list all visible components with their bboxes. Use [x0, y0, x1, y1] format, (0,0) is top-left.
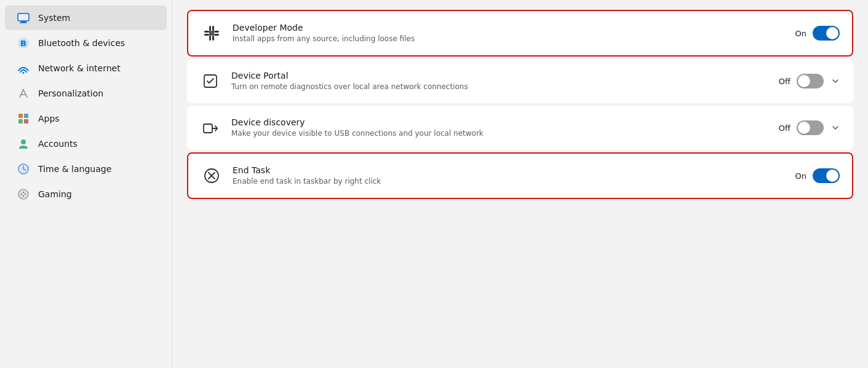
device-discovery-status: Off	[779, 123, 790, 133]
sidebar-label-bluetooth: Bluetooth & devices	[38, 38, 125, 48]
svg-rect-21	[212, 26, 214, 31]
device-discovery-desc: Make your device visible to USB connecti…	[231, 128, 769, 139]
device-discovery-title: Device discovery	[231, 117, 769, 127]
sidebar-item-time[interactable]: Time & language	[5, 157, 167, 181]
sidebar-item-bluetooth[interactable]: B Bluetooth & devices	[5, 31, 167, 55]
sidebar-item-network[interactable]: Network & internet	[5, 56, 167, 80]
device-discovery-chevron[interactable]	[830, 122, 841, 133]
sidebar: System B Bluetooth & devices Network & i…	[0, 0, 172, 368]
developer-mode-desc: Install apps from any source, including …	[233, 34, 786, 44]
sidebar-label-apps: Apps	[38, 114, 60, 123]
sidebar-label-gaming: Gaming	[38, 189, 72, 199]
device-portal-icon-wrap	[199, 70, 221, 92]
end-task-toggle-knob	[826, 170, 838, 182]
svg-rect-28	[209, 31, 214, 36]
system-icon	[17, 12, 30, 24]
svg-rect-26	[204, 34, 209, 36]
developer-icon	[203, 25, 220, 42]
accounts-icon	[17, 138, 30, 150]
developer-mode-card: Developer Mode Install apps from any sou…	[187, 10, 853, 57]
svg-point-10	[21, 139, 26, 144]
gaming-icon	[17, 188, 30, 200]
device-portal-status: Off	[779, 77, 790, 86]
svg-rect-0	[18, 14, 29, 21]
svg-point-18	[23, 192, 24, 193]
svg-point-19	[23, 195, 24, 197]
svg-rect-8	[18, 119, 23, 123]
sidebar-label-personalization: Personalization	[38, 88, 103, 98]
developer-mode-control: On	[795, 26, 840, 41]
end-task-control: On	[795, 168, 840, 183]
sidebar-item-apps[interactable]: Apps	[5, 106, 167, 131]
sidebar-item-personalization[interactable]: Personalization	[5, 81, 167, 106]
network-icon	[17, 62, 30, 74]
svg-rect-23	[212, 36, 214, 41]
end-task-desc: Enable end task in taskbar by right clic…	[233, 176, 786, 187]
device-portal-card: Device Portal Turn on remote diagnostics…	[187, 59, 853, 103]
sidebar-label-network: Network & internet	[38, 63, 121, 73]
svg-text:B: B	[20, 39, 26, 48]
bluetooth-icon: B	[17, 37, 30, 49]
device-portal-row: Device Portal Turn on remote diagnostics…	[187, 59, 853, 103]
end-task-card: End Task Enable end task in taskbar by r…	[187, 152, 853, 199]
sidebar-item-accounts[interactable]: Accounts	[5, 131, 167, 156]
end-task-status: On	[795, 171, 806, 181]
device-discovery-icon-wrap	[199, 117, 221, 139]
end-task-icon	[203, 167, 220, 184]
device-discovery-toggle-knob	[798, 122, 810, 134]
device-discovery-card: Device discovery Make your device visibl…	[187, 106, 853, 150]
svg-rect-25	[214, 31, 219, 33]
svg-point-5	[23, 72, 25, 74]
device-discovery-control: Off	[779, 120, 841, 135]
device-portal-desc: Turn on remote diagnostics over local ar…	[231, 82, 769, 92]
sidebar-item-system[interactable]: System	[5, 6, 167, 30]
sidebar-label-accounts: Accounts	[38, 139, 78, 149]
main-content: Developer Mode Install apps from any sou…	[172, 0, 868, 368]
device-portal-control: Off	[779, 74, 841, 88]
sidebar-label-time: Time & language	[38, 164, 111, 174]
developer-mode-toggle[interactable]	[813, 26, 840, 41]
device-portal-toggle[interactable]	[797, 74, 824, 88]
svg-rect-22	[209, 36, 211, 41]
svg-rect-27	[214, 34, 219, 36]
device-discovery-text: Device discovery Make your device visibl…	[231, 117, 769, 139]
svg-point-16	[21, 194, 22, 195]
apps-icon	[17, 112, 30, 125]
device-discovery-row: Device discovery Make your device visibl…	[187, 106, 853, 150]
time-icon	[17, 163, 30, 175]
sidebar-label-system: System	[38, 13, 70, 23]
svg-rect-9	[24, 119, 28, 123]
device-portal-toggle-knob	[798, 75, 810, 87]
end-task-row: End Task Enable end task in taskbar by r…	[188, 154, 852, 198]
developer-mode-toggle-knob	[826, 27, 838, 39]
developer-mode-status: On	[795, 29, 806, 38]
svg-rect-30	[204, 124, 212, 133]
device-portal-icon	[202, 72, 219, 90]
developer-mode-text: Developer Mode Install apps from any sou…	[233, 23, 786, 44]
svg-rect-6	[18, 114, 23, 118]
developer-mode-title: Developer Mode	[233, 23, 786, 33]
svg-rect-24	[204, 31, 209, 33]
svg-rect-7	[24, 114, 28, 118]
developer-mode-row: Developer Mode Install apps from any sou…	[188, 11, 852, 55]
device-portal-title: Device Portal	[231, 71, 769, 80]
device-portal-chevron[interactable]	[830, 76, 841, 87]
device-discovery-toggle[interactable]	[797, 120, 824, 135]
end-task-toggle[interactable]	[813, 168, 840, 183]
svg-rect-2	[20, 22, 27, 23]
end-task-text: End Task Enable end task in taskbar by r…	[233, 165, 786, 187]
device-discovery-icon	[202, 119, 219, 136]
personalization-icon	[17, 87, 30, 100]
svg-point-17	[25, 194, 26, 195]
device-portal-text: Device Portal Turn on remote diagnostics…	[231, 71, 769, 92]
end-task-title: End Task	[233, 165, 786, 175]
developer-mode-icon-wrap	[201, 22, 223, 44]
svg-rect-20	[209, 26, 211, 31]
sidebar-item-gaming[interactable]: Gaming	[5, 182, 167, 206]
end-task-icon-wrap	[201, 165, 223, 187]
